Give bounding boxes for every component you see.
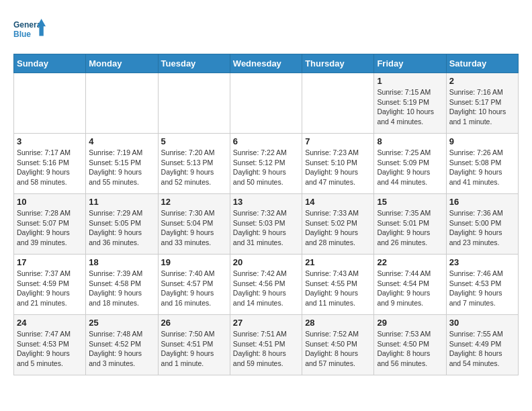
day-info: Sunrise: 7:26 AM Sunset: 5:08 PM Dayligh…: [449, 148, 515, 187]
day-number: 5: [161, 136, 227, 146]
calendar-cell: 11Sunrise: 7:29 AM Sunset: 5:05 PM Dayli…: [86, 194, 158, 255]
day-number: 11: [89, 197, 154, 207]
day-info: Sunrise: 7:46 AM Sunset: 4:53 PM Dayligh…: [449, 269, 515, 308]
calendar-cell: 1Sunrise: 7:15 AM Sunset: 5:19 PM Daylig…: [374, 73, 446, 134]
calendar-cell: 21Sunrise: 7:43 AM Sunset: 4:55 PM Dayli…: [302, 255, 374, 315]
day-info: Sunrise: 7:39 AM Sunset: 4:58 PM Dayligh…: [89, 269, 154, 308]
day-info: Sunrise: 7:28 AM Sunset: 5:07 PM Dayligh…: [17, 208, 83, 248]
day-number: 14: [305, 197, 371, 207]
day-info: Sunrise: 7:23 AM Sunset: 5:10 PM Dayligh…: [305, 148, 371, 187]
week-row-2: 3Sunrise: 7:17 AM Sunset: 5:16 PM Daylig…: [14, 134, 519, 194]
day-header-sunday: Sunday: [14, 54, 86, 73]
calendar-cell: 8Sunrise: 7:25 AM Sunset: 5:09 PM Daylig…: [374, 134, 446, 194]
day-number: 3: [17, 136, 83, 146]
calendar-cell: 22Sunrise: 7:44 AM Sunset: 4:54 PM Dayli…: [374, 255, 446, 315]
logo: General Blue: [13, 13, 46, 46]
day-number: 26: [161, 318, 227, 328]
calendar-cell: 9Sunrise: 7:26 AM Sunset: 5:08 PM Daylig…: [446, 134, 518, 194]
calendar-cell: 4Sunrise: 7:19 AM Sunset: 5:15 PM Daylig…: [86, 134, 158, 194]
calendar-cell: 28Sunrise: 7:52 AM Sunset: 4:50 PM Dayli…: [302, 315, 374, 375]
calendar-cell: 27Sunrise: 7:51 AM Sunset: 4:51 PM Dayli…: [230, 315, 302, 375]
week-row-3: 10Sunrise: 7:28 AM Sunset: 5:07 PM Dayli…: [14, 194, 519, 255]
day-number: 7: [305, 136, 371, 146]
day-number: 30: [449, 318, 515, 328]
calendar-cell: 6Sunrise: 7:22 AM Sunset: 5:12 PM Daylig…: [230, 134, 302, 194]
calendar-cell: 5Sunrise: 7:20 AM Sunset: 5:13 PM Daylig…: [158, 134, 230, 194]
calendar-cell: 14Sunrise: 7:33 AM Sunset: 5:02 PM Dayli…: [302, 194, 374, 255]
week-row-1: 1Sunrise: 7:15 AM Sunset: 5:19 PM Daylig…: [14, 73, 519, 134]
day-info: Sunrise: 7:55 AM Sunset: 4:49 PM Dayligh…: [449, 329, 515, 369]
day-number: 24: [17, 318, 83, 328]
day-number: 8: [377, 136, 443, 146]
day-number: 10: [17, 197, 83, 207]
calendar-cell: 26Sunrise: 7:50 AM Sunset: 4:51 PM Dayli…: [158, 315, 230, 375]
day-header-wednesday: Wednesday: [230, 54, 302, 73]
day-info: Sunrise: 7:30 AM Sunset: 5:04 PM Dayligh…: [161, 208, 227, 248]
calendar-cell: 16Sunrise: 7:36 AM Sunset: 5:00 PM Dayli…: [446, 194, 518, 255]
day-info: Sunrise: 7:33 AM Sunset: 5:02 PM Dayligh…: [305, 208, 371, 248]
calendar-cell: [14, 73, 86, 134]
day-info: Sunrise: 7:17 AM Sunset: 5:16 PM Dayligh…: [17, 148, 83, 187]
day-info: Sunrise: 7:52 AM Sunset: 4:50 PM Dayligh…: [305, 329, 371, 369]
day-number: 19: [161, 257, 227, 267]
day-number: 6: [233, 136, 299, 146]
logo-svg: General Blue: [13, 13, 46, 46]
calendar-cell: 13Sunrise: 7:32 AM Sunset: 5:03 PM Dayli…: [230, 194, 302, 255]
calendar-cell: 25Sunrise: 7:48 AM Sunset: 4:52 PM Dayli…: [86, 315, 158, 375]
calendar-cell: 29Sunrise: 7:53 AM Sunset: 4:50 PM Dayli…: [374, 315, 446, 375]
day-info: Sunrise: 7:40 AM Sunset: 4:57 PM Dayligh…: [161, 269, 227, 308]
day-info: Sunrise: 7:20 AM Sunset: 5:13 PM Dayligh…: [161, 148, 227, 187]
svg-text:Blue: Blue: [13, 30, 31, 39]
day-number: 18: [89, 257, 154, 267]
day-info: Sunrise: 7:37 AM Sunset: 4:59 PM Dayligh…: [17, 269, 83, 308]
day-number: 28: [305, 318, 371, 328]
day-header-tuesday: Tuesday: [158, 54, 230, 73]
day-info: Sunrise: 7:29 AM Sunset: 5:05 PM Dayligh…: [89, 208, 154, 248]
calendar-cell: 30Sunrise: 7:55 AM Sunset: 4:49 PM Dayli…: [446, 315, 518, 375]
day-number: 21: [305, 257, 371, 267]
day-info: Sunrise: 7:50 AM Sunset: 4:51 PM Dayligh…: [161, 329, 227, 369]
day-info: Sunrise: 7:22 AM Sunset: 5:12 PM Dayligh…: [233, 148, 299, 187]
calendar-cell: 20Sunrise: 7:42 AM Sunset: 4:56 PM Dayli…: [230, 255, 302, 315]
day-number: 17: [17, 257, 83, 267]
day-info: Sunrise: 7:44 AM Sunset: 4:54 PM Dayligh…: [377, 269, 443, 308]
calendar-cell: 24Sunrise: 7:47 AM Sunset: 4:53 PM Dayli…: [14, 315, 86, 375]
day-number: 22: [377, 257, 443, 267]
day-number: 13: [233, 197, 299, 207]
day-info: Sunrise: 7:16 AM Sunset: 5:17 PM Dayligh…: [449, 87, 515, 127]
calendar-cell: 19Sunrise: 7:40 AM Sunset: 4:57 PM Dayli…: [158, 255, 230, 315]
day-info: Sunrise: 7:32 AM Sunset: 5:03 PM Dayligh…: [233, 208, 299, 248]
calendar-header: SundayMondayTuesdayWednesdayThursdayFrid…: [14, 54, 519, 73]
day-number: 9: [449, 136, 515, 146]
day-number: 27: [233, 318, 299, 328]
calendar-cell: [230, 73, 302, 134]
day-header-thursday: Thursday: [302, 54, 374, 73]
day-number: 12: [161, 197, 227, 207]
day-info: Sunrise: 7:42 AM Sunset: 4:56 PM Dayligh…: [233, 269, 299, 308]
calendar-cell: 12Sunrise: 7:30 AM Sunset: 5:04 PM Dayli…: [158, 194, 230, 255]
calendar-cell: 10Sunrise: 7:28 AM Sunset: 5:07 PM Dayli…: [14, 194, 86, 255]
calendar-cell: [302, 73, 374, 134]
calendar-cell: 17Sunrise: 7:37 AM Sunset: 4:59 PM Dayli…: [14, 255, 86, 315]
day-info: Sunrise: 7:36 AM Sunset: 5:00 PM Dayligh…: [449, 208, 515, 248]
day-number: 23: [449, 257, 515, 267]
calendar-cell: 3Sunrise: 7:17 AM Sunset: 5:16 PM Daylig…: [14, 134, 86, 194]
day-info: Sunrise: 7:53 AM Sunset: 4:50 PM Dayligh…: [377, 329, 443, 369]
day-info: Sunrise: 7:43 AM Sunset: 4:55 PM Dayligh…: [305, 269, 371, 308]
week-row-4: 17Sunrise: 7:37 AM Sunset: 4:59 PM Dayli…: [14, 255, 519, 315]
calendar-cell: 7Sunrise: 7:23 AM Sunset: 5:10 PM Daylig…: [302, 134, 374, 194]
day-number: 20: [233, 257, 299, 267]
day-header-saturday: Saturday: [446, 54, 518, 73]
calendar-cell: 23Sunrise: 7:46 AM Sunset: 4:53 PM Dayli…: [446, 255, 518, 315]
day-info: Sunrise: 7:15 AM Sunset: 5:19 PM Dayligh…: [377, 87, 443, 127]
day-info: Sunrise: 7:25 AM Sunset: 5:09 PM Dayligh…: [377, 148, 443, 187]
day-number: 25: [89, 318, 154, 328]
day-number: 1: [377, 76, 443, 86]
calendar-cell: [86, 73, 158, 134]
header-row: SundayMondayTuesdayWednesdayThursdayFrid…: [14, 54, 519, 73]
calendar-body: 1Sunrise: 7:15 AM Sunset: 5:19 PM Daylig…: [14, 73, 519, 375]
calendar-table: SundayMondayTuesdayWednesdayThursdayFrid…: [13, 54, 519, 375]
day-header-friday: Friday: [374, 54, 446, 73]
day-info: Sunrise: 7:47 AM Sunset: 4:53 PM Dayligh…: [17, 329, 83, 369]
day-number: 15: [377, 197, 443, 207]
